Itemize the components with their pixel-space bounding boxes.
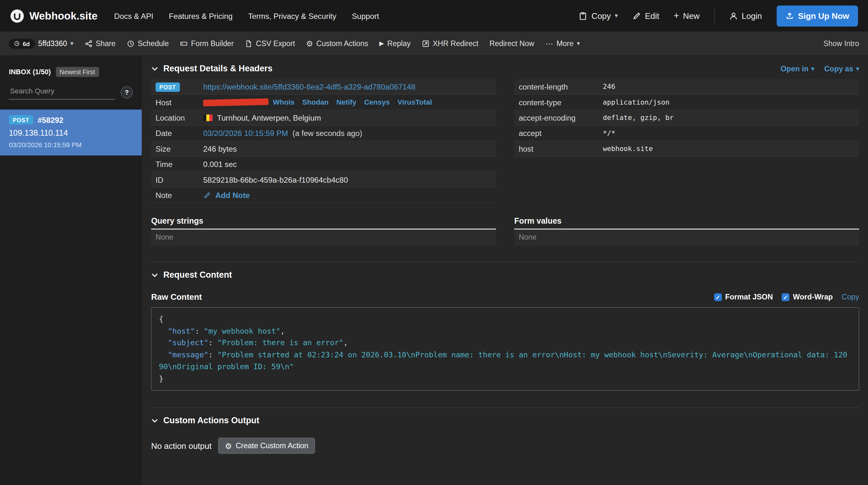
caret-down-icon: ▾: [856, 65, 859, 72]
token-dropdown[interactable]: 6d 5ffd3360 ▾: [9, 38, 73, 48]
header-row: accept */*: [514, 126, 859, 141]
word-wrap-checkbox[interactable]: ✓ Word-Wrap: [782, 293, 833, 301]
details-section-toggle[interactable]: Request Details & Headers: [151, 64, 272, 73]
header-key: content-type: [514, 98, 603, 106]
brand-home-link[interactable]: Webhook.site: [10, 9, 98, 23]
nav-features-pricing[interactable]: Features & Pricing: [169, 11, 232, 20]
code-line: }: [159, 373, 851, 385]
shodan-link[interactable]: Shodan: [302, 98, 329, 106]
table-row-location: Location Turnhout, Antwerpen, Belgium: [151, 110, 496, 125]
login-button[interactable]: Login: [729, 11, 762, 21]
censys-link[interactable]: Censys: [364, 98, 390, 106]
table-row-url: POST https://webhook.site/5ffd3360-6ea2-…: [151, 79, 496, 94]
time-value: 0.001 sec: [203, 160, 496, 169]
header-value: */*: [603, 129, 859, 137]
signup-button[interactable]: Sign Up Now: [776, 5, 858, 26]
new-label: New: [683, 11, 700, 21]
search-help-button[interactable]: ?: [121, 86, 133, 98]
custom-actions-output-title: Custom Actions Output: [163, 416, 259, 425]
whois-link[interactable]: Whois: [273, 98, 294, 106]
custom-actions-output-header: Custom Actions Output: [151, 416, 859, 425]
date-relative: (a few seconds ago): [292, 129, 362, 137]
copy-as-menu[interactable]: Copy as ▾: [824, 64, 859, 73]
create-custom-action-label: Create Custom Action: [236, 442, 308, 450]
custom-actions-output-section: Custom Actions Output No action output ⚙…: [151, 407, 859, 454]
virustotal-link[interactable]: VirusTotal: [398, 98, 432, 106]
header-key: content-length: [514, 82, 603, 91]
show-intro-button[interactable]: Show Intro: [824, 39, 859, 48]
checkbox-checked-icon: ✓: [782, 293, 789, 301]
details-header-links: Open in ▾ Copy as ▾: [781, 64, 859, 73]
details-table-column: POST https://webhook.site/5ffd3360-6ea2-…: [151, 79, 496, 245]
login-label: Login: [742, 11, 762, 21]
location-value: Turnhout, Antwerpen, Belgium: [217, 113, 321, 122]
expiry-label: 6d: [23, 40, 30, 47]
location-cell: Turnhout, Antwerpen, Belgium: [203, 113, 496, 122]
code-line: "message": "Problem started at 02:23:24 …: [159, 349, 851, 373]
add-note-link[interactable]: Add Note: [215, 191, 250, 200]
format-json-checkbox[interactable]: ✓ Format JSON: [714, 293, 773, 301]
search-input[interactable]: [9, 85, 115, 100]
no-action-output-row: No action output ⚙ Create Custom Action: [151, 438, 859, 454]
open-in-menu[interactable]: Open in ▾: [781, 64, 814, 73]
schedule-label: Schedule: [137, 39, 169, 48]
caret-down-icon: ▾: [577, 40, 580, 47]
top-nav-links: Docs & API Features & Pricing Terms, Pri…: [114, 11, 379, 20]
share-button[interactable]: Share: [85, 39, 116, 48]
header-value: 246: [603, 83, 859, 91]
details-section: Request Details & Headers Open in ▾ Copy…: [151, 64, 859, 245]
copy-raw-content-link[interactable]: Copy: [842, 293, 859, 301]
topnav-divider: [714, 9, 715, 23]
more-menu-button[interactable]: ⋯ More ▾: [546, 39, 580, 48]
location-label: Location: [151, 113, 203, 122]
new-url-button[interactable]: + New: [674, 11, 700, 21]
form-values-heading: Form values: [514, 216, 859, 230]
code-line: "subject": "Problem: there is an error",: [159, 337, 851, 349]
edit-button[interactable]: Edit: [632, 11, 659, 21]
create-custom-action-button[interactable]: ⚙ Create Custom Action: [218, 438, 315, 454]
method-badge: POST: [156, 83, 180, 92]
nav-docs-api[interactable]: Docs & API: [114, 11, 153, 20]
csv-export-button[interactable]: CSV Export: [245, 39, 295, 48]
request-ip: 109.138.110.114: [9, 128, 133, 137]
pencil-icon: [632, 11, 641, 20]
request-list-item-selected[interactable]: POST #58292 109.138.110.114 03/20/2026 1…: [0, 109, 142, 156]
query-strings-heading: Query strings: [151, 216, 496, 230]
note-cell: Add Note: [203, 191, 496, 200]
nav-terms-privacy-security[interactable]: Terms, Privacy & Security: [248, 11, 336, 20]
ellipsis-icon: ⋯: [546, 40, 553, 47]
share-icon: [85, 40, 92, 47]
pencil-icon: [203, 191, 211, 199]
size-value: 246 bytes: [203, 144, 496, 153]
redirect-now-button[interactable]: Redirect Now: [489, 39, 534, 48]
code-line: "host": "my webhook host",: [159, 325, 851, 337]
top-navbar: Webhook.site Docs & API Features & Prici…: [0, 0, 868, 32]
action-toolbar: 6d 5ffd3360 ▾ Share Schedule Form Builde…: [0, 32, 868, 56]
raw-content-title: Raw Content: [151, 292, 202, 301]
copy-menu-button[interactable]: Copy ▾: [579, 11, 618, 21]
date-permalink[interactable]: 03/20/2026 10:15:59 PM: [203, 129, 288, 137]
plus-icon: +: [674, 11, 679, 21]
form-builder-button[interactable]: Form Builder: [180, 39, 234, 48]
sort-order-button[interactable]: Newest First: [56, 67, 99, 77]
form-values-empty: None: [514, 230, 859, 245]
custom-actions-button[interactable]: ⚙ Custom Actions: [306, 39, 368, 48]
netify-link[interactable]: Netify: [336, 98, 356, 106]
belgium-flag-icon: [203, 114, 213, 121]
header-value: application/json: [603, 98, 859, 106]
format-json-label: Format JSON: [725, 293, 773, 301]
host-cell: Whois Shodan Netify Censys VirusTotal: [203, 98, 496, 106]
request-content-toggle[interactable]: Request Content: [151, 270, 232, 280]
nav-support[interactable]: Support: [352, 11, 379, 20]
replay-button[interactable]: ▶ Replay: [379, 39, 411, 48]
caret-down-icon: ▾: [615, 12, 618, 19]
details-section-title: Request Details & Headers: [163, 64, 272, 73]
request-item-top: POST #58292: [9, 115, 133, 124]
time-label: Time: [151, 160, 203, 169]
header-key: accept: [514, 129, 603, 137]
request-url-link[interactable]: https://webhook.site/5ffd3360-6ea2-4df5-…: [203, 82, 415, 91]
host-lookup-links: Whois Shodan Netify Censys VirusTotal: [273, 98, 432, 106]
custom-actions-output-toggle[interactable]: Custom Actions Output: [151, 416, 259, 425]
xhr-redirect-button[interactable]: XHR Redirect: [422, 39, 478, 48]
schedule-button[interactable]: Schedule: [127, 39, 169, 48]
